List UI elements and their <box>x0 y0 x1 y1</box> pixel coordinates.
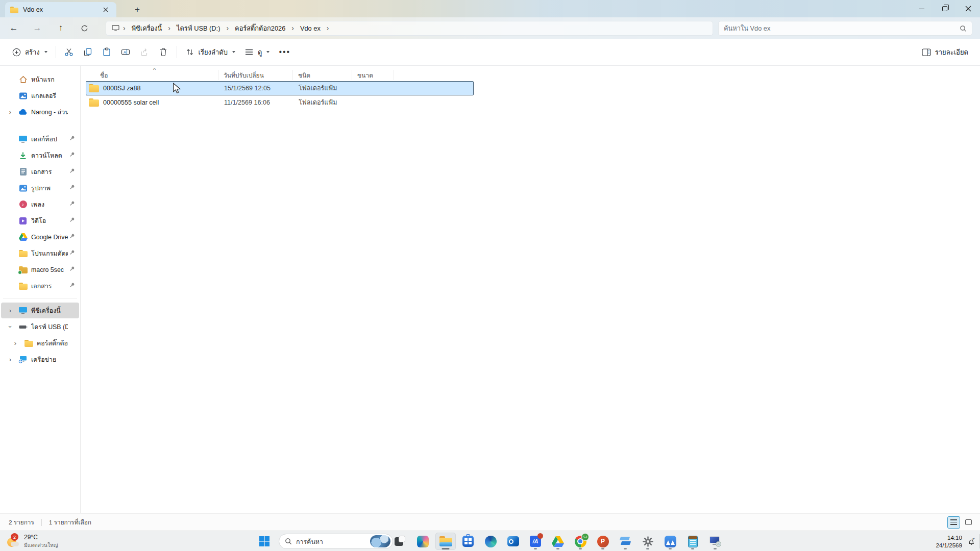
microsoft-store-button[interactable] <box>458 533 478 550</box>
outlook-button[interactable] <box>503 533 523 550</box>
share-icon <box>140 47 150 57</box>
chevron-right-icon[interactable]: › <box>7 307 13 314</box>
taskbar-clock[interactable]: 14:10 24/1/2569 <box>936 534 962 549</box>
delete-button[interactable] <box>154 43 173 61</box>
column-headers: ชื่อ วันที่ปรับเปลี่ยน ชนิด ขนาด <box>86 69 474 81</box>
sidebar-item-videos[interactable]: วิดีโอ <box>1 213 79 229</box>
share-button[interactable] <box>135 43 154 61</box>
sidebar-item-google-drive[interactable]: Google Drive (G: <box>1 229 79 245</box>
task-view-button[interactable] <box>390 533 410 550</box>
remote-desktop-icon: ⤫ <box>709 536 721 547</box>
sidebar-item-pictures[interactable]: รูปภาพ <box>1 180 79 196</box>
tab-close-icon[interactable] <box>100 4 111 15</box>
weather-widget[interactable]: 2 29°C มีแดดส่วนใหญ่ <box>3 533 61 550</box>
notepad-app-button[interactable] <box>682 533 703 550</box>
chevron-right-icon[interactable]: › <box>12 339 18 347</box>
breadcrumb-item-usb-drive[interactable]: ไดรฟ์ USB (D:) <box>173 21 224 35</box>
sidebar-item-onedrive[interactable]: › Narong - ส่วนบุคคล <box>1 104 79 120</box>
more-options-button[interactable]: ••• <box>274 43 295 61</box>
file-row-0000sj-za88[interactable]: 0000SJ za88 15/1/2569 12:05 โฟลเดอร์แฟ้ม <box>86 81 474 95</box>
sidebar-item-macro-5sec[interactable]: macro 5sec <box>1 262 79 278</box>
minimize-button[interactable] <box>910 0 933 17</box>
sort-button[interactable]: เรียงลำดับ <box>181 43 240 61</box>
new-button[interactable]: สร้าง <box>7 43 52 61</box>
powerpoint-button[interactable]: P <box>593 533 613 550</box>
new-tab-button[interactable]: + <box>132 4 143 15</box>
command-toolbar: สร้าง A <box>0 39 980 66</box>
file-row-00000555-solar-cell[interactable]: 00000555 solar cell 11/1/2569 16:06 โฟลเ… <box>86 95 474 110</box>
sidebar-item-edit-program[interactable]: โปรแกรมตัดต่อ <box>1 245 79 261</box>
sidebar-item-documents[interactable]: เอกสาร <box>1 164 79 180</box>
sidebar-item-label: เอกสาร <box>31 167 68 177</box>
file-explorer-button[interactable] <box>435 533 456 550</box>
back-button[interactable]: ← <box>4 20 23 36</box>
sidebar-item-gallery[interactable]: แกลเลอรี <box>1 88 79 104</box>
restore-button[interactable] <box>933 0 957 17</box>
address-bar: ← → ↑ › พีซีเครื่องนี้ › ไดรฟ์ USB (D:) … <box>0 17 980 39</box>
sidebar-item-network[interactable]: › เครือข่าย <box>1 352 79 367</box>
chevron-down-icon[interactable]: › <box>7 324 14 330</box>
pin-icon <box>69 217 75 223</box>
breadcrumb-item-this-pc[interactable]: พีซีเครื่องนี้ <box>128 21 166 35</box>
svg-text:z: z <box>974 537 975 539</box>
search-icon[interactable] <box>960 25 967 32</box>
large-icons-view-toggle[interactable] <box>962 516 975 529</box>
column-header-type[interactable]: ชนิด <box>293 70 352 80</box>
sidebar-item-downloads[interactable]: ดาวน์โหลด <box>1 147 79 163</box>
edit-app-button[interactable]: /A <box>525 533 546 550</box>
windows-logo-icon <box>258 535 271 547</box>
file-list: ชื่อ วันที่ปรับเปลี่ยน ชนิด ขนาด 0000SJ … <box>86 69 474 110</box>
pin-icon <box>69 282 75 288</box>
sidebar-item-label: ดาวน์โหลด <box>31 151 68 160</box>
sidebar-item-course-folder[interactable]: › คอร์สติ๊กต้อก2026 <box>1 335 79 351</box>
file-name: 0000SJ za88 <box>103 85 141 92</box>
notification-bell-button[interactable]: zz <box>967 537 976 546</box>
details-pane-button[interactable]: รายละเอียด <box>917 43 973 61</box>
chrome-button[interactable]: SJ <box>570 533 591 550</box>
search-input[interactable] <box>724 24 960 32</box>
breadcrumb-item-course-folder[interactable]: คอร์สติ๊กต้อก2026 <box>231 21 289 35</box>
pin-icon <box>69 184 75 190</box>
edge-button[interactable] <box>480 533 501 550</box>
triangles-app-button[interactable] <box>660 533 680 550</box>
google-drive-button[interactable] <box>548 533 568 550</box>
sidebar-item-desktop[interactable]: เดสก์ท็อป <box>1 131 79 147</box>
explorer-tab[interactable]: Vdo ex <box>5 2 116 17</box>
running-indicator <box>691 548 694 549</box>
desktop-screen: Vdo ex + ← → ↑ › พีซ <box>0 0 980 551</box>
this-pc-monitor-icon <box>18 306 28 316</box>
column-header-name[interactable]: ชื่อ <box>86 70 218 80</box>
copy-button[interactable] <box>79 43 97 61</box>
sidebar-item-this-pc[interactable]: › พีซีเครื่องนี้ <box>1 303 79 318</box>
view-button[interactable]: ดู <box>240 43 274 61</box>
breadcrumb-item-current[interactable]: Vdo ex <box>297 23 324 34</box>
up-button[interactable]: ↑ <box>51 20 70 36</box>
refresh-button[interactable] <box>75 20 94 36</box>
start-button[interactable] <box>254 533 275 550</box>
details-pane-label: รายละเอียด <box>935 47 968 58</box>
sidebar-item-label: พีซีเครื่องนี้ <box>31 306 68 315</box>
taskbar-search[interactable]: การค้นหา <box>279 534 393 549</box>
sidebar-item-documents-2[interactable]: เอกสาร <box>1 278 79 294</box>
chevron-down-icon <box>44 51 47 53</box>
stacked-app-button[interactable] <box>615 533 635 550</box>
column-header-size[interactable]: ขนาด <box>352 70 394 80</box>
column-header-modified[interactable]: วันที่ปรับเปลี่ยน <box>218 70 293 80</box>
home-icon <box>18 74 28 85</box>
chevron-right-icon[interactable]: › <box>7 108 13 116</box>
rename-button[interactable]: A <box>116 43 135 61</box>
chrome-profile-badge: SJ <box>581 533 589 541</box>
paste-button[interactable] <box>97 43 116 61</box>
copilot-button[interactable] <box>412 533 433 550</box>
chevron-right-icon[interactable]: › <box>7 356 13 363</box>
remote-desktop-button[interactable]: ⤫ <box>705 533 725 550</box>
sidebar-item-usb-drive[interactable]: › ไดรฟ์ USB (D:) <box>1 319 79 335</box>
forward-button[interactable]: → <box>28 20 47 36</box>
sidebar-item-home[interactable]: หน้าแรก <box>1 71 79 87</box>
sidebar-item-music[interactable]: ♪ เพลง <box>1 196 79 212</box>
details-view-toggle[interactable] <box>947 516 960 529</box>
settings-button[interactable] <box>638 533 658 550</box>
close-button[interactable] <box>957 0 980 17</box>
sidebar-item-label: วิดีโอ <box>31 216 68 226</box>
cut-button[interactable] <box>60 43 79 61</box>
